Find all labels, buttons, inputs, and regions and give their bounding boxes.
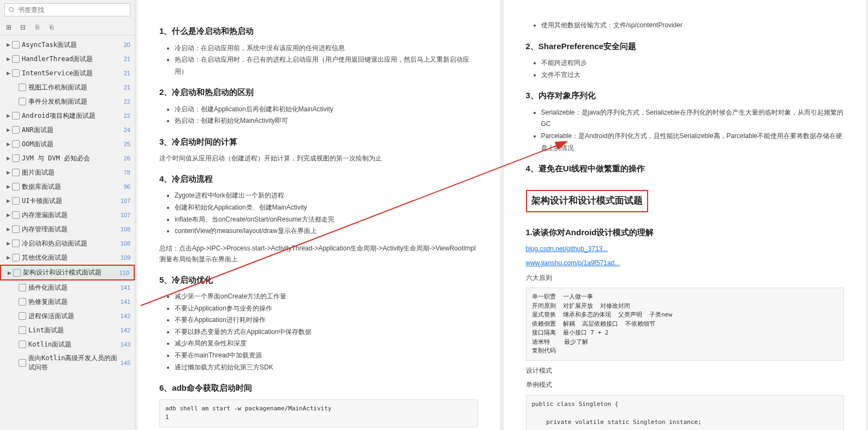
list-item: 热启动：创建和初始化MainActivity即可 bbox=[175, 115, 478, 127]
link[interactable]: blog.csdn.net/github_3713... bbox=[526, 245, 608, 253]
sidebar-item[interactable]: ▶HandlerThread面试题21 bbox=[0, 52, 135, 66]
sidebar-item[interactable]: ▶Android项目构建面试题22 bbox=[0, 109, 135, 123]
section-heading: 4、避免在UI线程中做繁重的操作 bbox=[526, 162, 845, 176]
sidebar-item[interactable]: ▶IntentService面试题21 bbox=[0, 66, 135, 80]
sidebar-item-label: 数据库面试题 bbox=[22, 182, 122, 192]
paragraph: 设计模式 bbox=[526, 365, 845, 376]
collapse-all-icon[interactable]: ⊟ bbox=[19, 23, 27, 32]
sidebar-item[interactable]: 事件分发机制面试题22 bbox=[0, 94, 135, 109]
sidebar-item-count: 107 bbox=[121, 212, 130, 218]
sidebar-item[interactable]: Kotlin面试题143 bbox=[0, 337, 135, 351]
bookmark-page-icon bbox=[12, 112, 20, 120]
list-item: 通过懒加载方式初始化第三方SDK bbox=[175, 362, 478, 374]
sidebar-item[interactable]: ▶架构设计和设计模式面试题110 bbox=[0, 265, 135, 280]
sidebar-item[interactable]: ▶JVM 与 DVM 必知必会26 bbox=[0, 151, 135, 165]
sidebar-item[interactable]: ▶AsyncTask面试题20 bbox=[0, 38, 135, 52]
list-item: 不要让Application参与业务的操作 bbox=[175, 303, 478, 315]
sidebar-item[interactable]: ▶OOM面试题25 bbox=[0, 137, 135, 151]
sidebar-item[interactable]: ▶内存管理面试题108 bbox=[0, 222, 135, 236]
sidebar-item[interactable]: ▶数据库面试题96 bbox=[0, 180, 135, 194]
bookmark-page-icon bbox=[12, 55, 20, 63]
bookmark-page-icon bbox=[12, 126, 20, 134]
sidebar-item-label: ANR面试题 bbox=[22, 126, 122, 135]
sidebar-item-count: 142 bbox=[121, 313, 130, 319]
sidebar-item-count: 108 bbox=[121, 226, 130, 232]
sidebar-item[interactable]: 视图工作机制面试题21 bbox=[0, 80, 135, 94]
sidebar-item-label: Kotlin面试题 bbox=[28, 340, 118, 349]
section-heading: 1.谈谈你对Android设计模式的理解 bbox=[526, 225, 845, 240]
content-area: 1、什么是冷启动和热启动 冷启动：在启动应用前，系统中没有该应用的任何进程信息热… bbox=[135, 0, 868, 430]
sidebar-item-label: IntentService面试题 bbox=[22, 69, 122, 78]
doc-page-right: 使用其他数据传输方式：文件/sp/contentProvider 2、Share… bbox=[504, 0, 866, 430]
code-block: 单一职责 一人做一事 开闭原则 对扩展开放 对修改封闭 里式替换 继承和多态的体… bbox=[526, 288, 845, 361]
search-box bbox=[0, 0, 135, 20]
list-item: 冷启动：在启动应用前，系统中没有该应用的任何进程信息 bbox=[175, 43, 478, 55]
sidebar-item[interactable]: 插件化面试题141 bbox=[0, 280, 135, 295]
list-item: 冷启动：创建Application后再创建和初始化MainActivity bbox=[175, 104, 478, 116]
tree-arrow-icon: ▶ bbox=[7, 255, 12, 260]
sidebar-item[interactable]: 面向Kotlin高级开发人员的面试问答145 bbox=[0, 351, 135, 374]
bookmark-page-icon bbox=[19, 341, 26, 348]
bookmark-page-icon bbox=[12, 197, 20, 205]
section-heading: 4、冷启动流程 bbox=[159, 172, 478, 186]
list-item: contentView的measure/layout/draw显示在界面上 bbox=[175, 225, 478, 237]
sidebar-item[interactable]: ▶UI卡顿面试题107 bbox=[0, 194, 135, 208]
sidebar-item-label: 其他优化面试题 bbox=[22, 253, 118, 262]
sidebar-item-count: 26 bbox=[124, 155, 130, 162]
bookmark-page-icon bbox=[12, 154, 20, 162]
sidebar-item[interactable]: 热修复面试题141 bbox=[0, 295, 135, 309]
section-heading: 1、什么是冷启动和热启动 bbox=[159, 24, 478, 38]
bookmark-page-icon bbox=[19, 98, 26, 105]
sidebar-item-label: 架构设计和设计模式面试题 bbox=[23, 268, 117, 277]
tree-arrow-icon: ▶ bbox=[7, 184, 12, 189]
bookmark-page-icon bbox=[13, 269, 21, 277]
bookmark-page-icon bbox=[19, 284, 26, 291]
bookmark-page-icon bbox=[19, 359, 26, 367]
sidebar-item[interactable]: Lint面试题142 bbox=[0, 323, 135, 337]
bookmark-icon[interactable]: ⎘ bbox=[33, 23, 41, 32]
list-item: 不要以静态变量的方式在Application中保存数据 bbox=[175, 326, 478, 338]
tree-arrow-icon: ▶ bbox=[7, 156, 12, 161]
highlighted-title: 架构设计和设计模式面试题 bbox=[526, 190, 648, 212]
section-heading: 3、内存对象序列化 bbox=[526, 88, 845, 103]
bookmark-outline-icon[interactable]: ⎗ bbox=[47, 23, 56, 32]
sidebar-item-count: 110 bbox=[119, 270, 129, 276]
sidebar-item-count: 141 bbox=[121, 298, 130, 305]
bookmark-page-icon bbox=[19, 83, 26, 91]
bookmark-page-icon bbox=[12, 41, 20, 49]
bookmark-page-icon bbox=[12, 254, 20, 261]
sidebar-item-label: JVM 与 DVM 必知必会 bbox=[22, 154, 122, 163]
sidebar-item[interactable]: ▶内存泄漏面试题107 bbox=[0, 208, 135, 222]
sidebar-item-count: 21 bbox=[124, 84, 130, 91]
tree-arrow-icon: ▶ bbox=[7, 198, 12, 204]
sidebar-item[interactable]: ▶图片面试题78 bbox=[0, 165, 135, 180]
list-item: 不要在Application进行耗时操作 bbox=[175, 314, 478, 326]
list-item: inflate布局、当onCreate/onStart/onResume方法都走… bbox=[175, 214, 478, 226]
sidebar-item-label: Lint面试题 bbox=[28, 326, 118, 335]
sidebar-item-count: 21 bbox=[124, 56, 130, 62]
bookmark-page-icon bbox=[19, 312, 26, 320]
sidebar-item-count: 25 bbox=[124, 141, 130, 147]
sidebar-item-label: OOM面试题 bbox=[22, 140, 122, 149]
link[interactable]: www.jianshu.com/p/1a9f571ad... bbox=[526, 259, 620, 267]
sidebar-item[interactable]: ▶其他优化面试题109 bbox=[0, 250, 135, 265]
tree-arrow-icon: ▶ bbox=[7, 212, 12, 218]
bookmark-page-icon bbox=[19, 298, 26, 306]
search-input[interactable] bbox=[4, 3, 130, 16]
sidebar-item[interactable]: 进程保活面试题142 bbox=[0, 309, 135, 323]
bookmark-page-icon bbox=[12, 211, 20, 219]
bookmark-page-icon bbox=[12, 69, 20, 77]
list-item: 不要在mainThread中加载资源 bbox=[175, 350, 478, 362]
paragraph: 总结：点击App->IPC->Process.start->ActivityTh… bbox=[159, 243, 478, 265]
tree-arrow-icon: ▶ bbox=[7, 241, 12, 246]
sidebar-item[interactable]: ▶ANR面试题24 bbox=[0, 123, 135, 137]
sidebar-item-label: AsyncTask面试题 bbox=[22, 40, 122, 50]
sidebar-item-label: Android项目构建面试题 bbox=[22, 111, 122, 121]
sidebar-toolbar: ⊞ ⊟ ⎘ ⎗ bbox=[0, 20, 135, 35]
tree-arrow-icon: ▶ bbox=[7, 56, 12, 62]
sidebar-item-label: 插件化面试题 bbox=[28, 283, 118, 292]
list-item: 创建和初始化Application类、创建MainActivity bbox=[175, 202, 478, 214]
sidebar-item[interactable]: ▶冷启动和热启动面试题108 bbox=[0, 236, 135, 250]
paragraph: 单例模式 bbox=[526, 379, 845, 390]
expand-all-icon[interactable]: ⊞ bbox=[4, 23, 13, 32]
